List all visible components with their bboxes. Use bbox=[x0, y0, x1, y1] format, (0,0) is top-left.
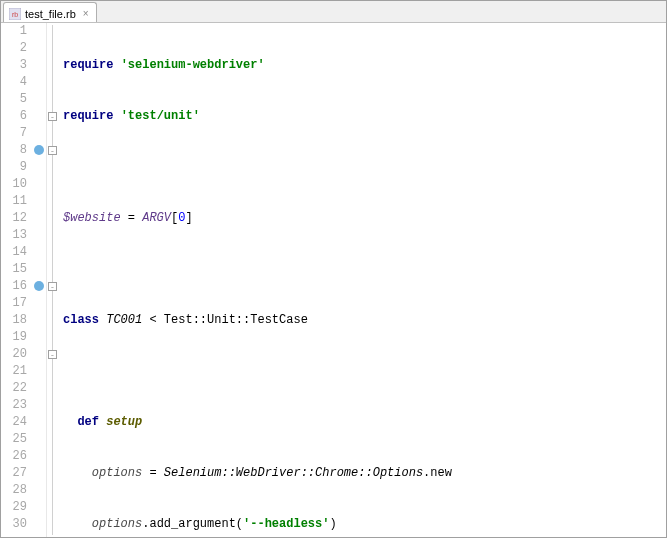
line-number: 9 bbox=[1, 159, 27, 176]
line-number: 22 bbox=[1, 380, 27, 397]
code-area[interactable]: require 'selenium-webdriver' require 'te… bbox=[59, 23, 666, 537]
fold-toggle-icon[interactable]: - bbox=[48, 350, 57, 359]
svg-text:rb: rb bbox=[12, 11, 18, 18]
line-number: 25 bbox=[1, 431, 27, 448]
code-line[interactable]: class TC001 < Test::Unit::TestCase bbox=[63, 312, 666, 329]
code-editor[interactable]: 1234567891011121314151617181920212223242… bbox=[1, 23, 666, 537]
ruby-file-icon: rb bbox=[8, 7, 22, 21]
marker-column bbox=[33, 23, 47, 537]
line-number: 1 bbox=[1, 23, 27, 40]
line-number: 24 bbox=[1, 414, 27, 431]
line-number: 18 bbox=[1, 312, 27, 329]
line-number: 23 bbox=[1, 397, 27, 414]
line-number: 26 bbox=[1, 448, 27, 465]
line-number: 17 bbox=[1, 295, 27, 312]
line-number: 29 bbox=[1, 499, 27, 516]
tab-filename: test_file.rb bbox=[25, 8, 76, 20]
code-line[interactable]: options = Selenium::WebDriver::Chrome::O… bbox=[63, 465, 666, 482]
line-number: 4 bbox=[1, 74, 27, 91]
line-number: 20 bbox=[1, 346, 27, 363]
code-line[interactable]: def setup bbox=[63, 414, 666, 431]
fold-toggle-icon[interactable]: - bbox=[48, 282, 57, 291]
code-line[interactable] bbox=[63, 159, 666, 176]
code-line[interactable]: require 'test/unit' bbox=[63, 108, 666, 125]
line-number: 6 bbox=[1, 108, 27, 125]
line-number-gutter: 1234567891011121314151617181920212223242… bbox=[1, 23, 33, 537]
fold-toggle-icon[interactable]: - bbox=[48, 112, 57, 121]
fold-column: ---- bbox=[47, 23, 59, 537]
code-line[interactable]: $website = ARGV[0] bbox=[63, 210, 666, 227]
tab-bar: rb test_file.rb × bbox=[1, 1, 666, 23]
fold-toggle-icon[interactable]: - bbox=[48, 146, 57, 155]
line-number: 5 bbox=[1, 91, 27, 108]
line-number: 27 bbox=[1, 465, 27, 482]
line-number: 21 bbox=[1, 363, 27, 380]
line-number: 3 bbox=[1, 57, 27, 74]
override-marker-icon[interactable] bbox=[34, 281, 44, 291]
line-number: 16 bbox=[1, 278, 27, 295]
line-number: 13 bbox=[1, 227, 27, 244]
line-number: 7 bbox=[1, 125, 27, 142]
line-number: 14 bbox=[1, 244, 27, 261]
code-line[interactable] bbox=[63, 261, 666, 278]
override-marker-icon[interactable] bbox=[34, 145, 44, 155]
code-line[interactable]: require 'selenium-webdriver' bbox=[63, 57, 666, 74]
code-line[interactable]: options.add_argument('--headless') bbox=[63, 516, 666, 533]
line-number: 19 bbox=[1, 329, 27, 346]
line-number: 30 bbox=[1, 516, 27, 533]
line-number: 11 bbox=[1, 193, 27, 210]
file-tab[interactable]: rb test_file.rb × bbox=[3, 2, 97, 22]
code-line[interactable] bbox=[63, 363, 666, 380]
line-number: 15 bbox=[1, 261, 27, 278]
line-number: 12 bbox=[1, 210, 27, 227]
line-number: 10 bbox=[1, 176, 27, 193]
close-icon[interactable]: × bbox=[80, 8, 92, 20]
line-number: 2 bbox=[1, 40, 27, 57]
line-number: 28 bbox=[1, 482, 27, 499]
line-number: 8 bbox=[1, 142, 27, 159]
